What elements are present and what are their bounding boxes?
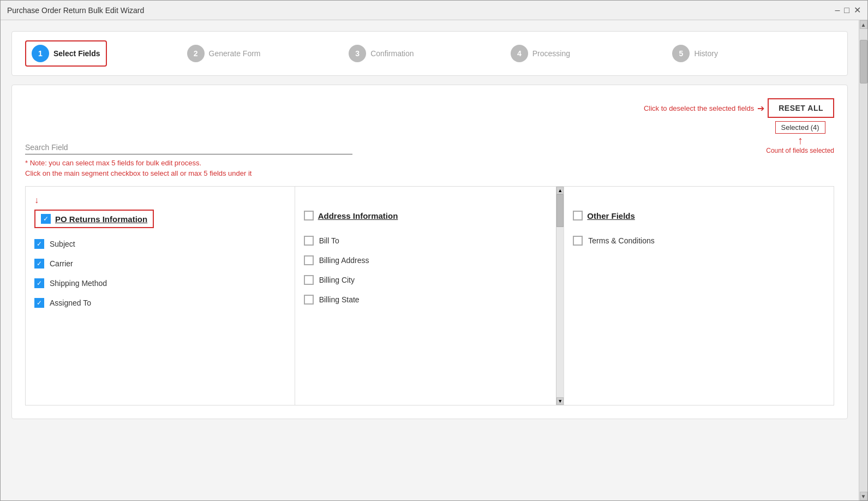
address-scrollbar[interactable]: ▲ ▼	[556, 187, 564, 405]
billing-address-label: Billing Address	[319, 256, 369, 265]
minimize-icon[interactable]: –	[835, 6, 840, 15]
max-fields-note: * Note: you can select max 5 fields for …	[25, 159, 834, 167]
count-hint-text: Count of fields selected	[766, 147, 834, 154]
main-panel: Search Field Click to deselect the selec…	[11, 85, 848, 419]
field-item-terms-conditions: Terms & Conditions	[573, 236, 825, 246]
right-arrow-icon: ➔	[757, 103, 764, 114]
assigned-to-checkbox[interactable]	[34, 298, 44, 308]
step-circle-4: 4	[511, 45, 528, 62]
main-scrollbar[interactable]: ▲ ▼	[859, 20, 867, 500]
po-returns-fields: Subject Carrier Shipping Method	[34, 239, 286, 308]
maximize-icon[interactable]: □	[844, 6, 849, 15]
other-fields-column: Other Fields Terms & Conditions	[564, 187, 834, 405]
address-scroll-content: Address Information Bill To Billing Addr…	[295, 187, 564, 323]
window-title: Purchase Order Return Bulk Edit Wizard	[7, 6, 144, 15]
field-item-subject: Subject	[34, 239, 286, 249]
search-underline	[25, 154, 352, 154]
step-item-confirmation[interactable]: 3 Confirmation	[349, 45, 511, 62]
subject-checkbox[interactable]	[34, 239, 44, 249]
po-returns-header-label: PO Returns Information	[55, 214, 147, 224]
po-returns-checkbox[interactable]	[41, 214, 51, 224]
step-label-4: Processing	[532, 49, 570, 58]
billing-state-checkbox[interactable]	[304, 295, 314, 305]
search-field-wrapper: Search Field	[25, 143, 352, 154]
step-item-select-fields[interactable]: 1 Select Fields	[25, 40, 187, 67]
count-area: Selected (4) ↑ Count of fields selected	[766, 121, 834, 154]
step-item-history[interactable]: 5 History	[672, 45, 834, 62]
step-wrapper-2: 2 Generate Form	[187, 45, 261, 62]
po-returns-header-wrapper[interactable]: PO Returns Information	[34, 210, 154, 228]
step-wrapper-5: 5 History	[672, 45, 718, 62]
step-label-3: Confirmation	[370, 49, 414, 58]
field-item-carrier: Carrier	[34, 259, 286, 269]
subject-label: Subject	[50, 240, 75, 248]
address-checkbox[interactable]	[304, 211, 314, 220]
scrollbar-down-arrow[interactable]: ▼	[556, 397, 564, 405]
field-item-billing-address: Billing Address	[304, 255, 551, 265]
instruction-text: Click on the main segment checkbox to se…	[25, 169, 252, 177]
search-field-label: Search Field	[25, 143, 352, 152]
other-header-label: Other Fields	[587, 211, 635, 220]
step-label-5: History	[694, 49, 718, 58]
scrollbar-main-thumb[interactable]	[860, 40, 867, 83]
terms-conditions-checkbox[interactable]	[573, 236, 583, 246]
step-wrapper-active: 1 Select Fields	[25, 40, 107, 67]
main-window: Purchase Order Return Bulk Edit Wizard –…	[0, 0, 868, 501]
window-controls: – □ ✕	[835, 6, 861, 15]
carrier-label: Carrier	[50, 259, 73, 268]
step-item-generate-form[interactable]: 2 Generate Form	[187, 45, 349, 62]
shipping-method-label: Shipping Method	[50, 279, 107, 288]
reset-area: Click to deselect the selected fields ➔ …	[644, 98, 834, 154]
count-arrow-up-icon: ↑	[798, 135, 803, 146]
other-header[interactable]: Other Fields	[573, 211, 825, 225]
main-content: 1 Select Fields 2 Generate Form	[1, 20, 859, 500]
bill-to-checkbox[interactable]	[304, 236, 314, 246]
other-spacer	[573, 195, 825, 208]
scrollbar-thumb[interactable]	[556, 194, 564, 227]
address-column-wrapper: Address Information Bill To Billing Addr…	[295, 187, 565, 405]
step-circle-2: 2	[187, 45, 205, 62]
field-item-shipping-method: Shipping Method	[34, 278, 286, 288]
other-fields: Terms & Conditions	[573, 236, 825, 246]
field-item-assigned-to: Assigned To	[34, 298, 286, 308]
step-circle-5: 5	[672, 45, 690, 62]
reset-hint: Click to deselect the selected fields ➔ …	[644, 98, 834, 118]
step-wrapper-3: 3 Confirmation	[349, 45, 414, 62]
window-body: 1 Select Fields 2 Generate Form	[1, 20, 867, 500]
address-fields: Bill To Billing Address Billing City	[304, 236, 551, 305]
shipping-method-checkbox[interactable]	[34, 278, 44, 288]
reset-all-button[interactable]: RESET ALL	[768, 98, 834, 118]
step-circle-1: 1	[32, 45, 49, 62]
bill-to-label: Bill To	[319, 236, 339, 245]
close-icon[interactable]: ✕	[854, 6, 861, 15]
address-header-label: Address Information	[318, 211, 398, 220]
billing-city-label: Billing City	[319, 276, 355, 284]
title-bar: Purchase Order Return Bulk Edit Wizard –…	[1, 1, 867, 20]
step-label-1: Select Fields	[53, 49, 100, 58]
other-checkbox[interactable]	[573, 211, 583, 220]
po-returns-column: ↓ PO Returns Information Subject	[26, 187, 295, 405]
billing-address-checkbox[interactable]	[304, 255, 314, 265]
reset-hint-text: Click to deselect the selected fields	[644, 104, 754, 112]
selected-count-badge: Selected (4)	[775, 121, 825, 134]
terms-conditions-label: Terms & Conditions	[588, 236, 654, 245]
step-label-2: Generate Form	[209, 49, 261, 58]
po-returns-hint-arrow: ↓	[34, 195, 39, 205]
instruction-area: Click on the main segment checkbox to se…	[25, 169, 834, 177]
address-header[interactable]: Address Information	[304, 211, 551, 225]
step-wrapper-4: 4 Processing	[511, 45, 570, 62]
scrollbar-arrow-down[interactable]: ▼	[860, 492, 867, 500]
scrollbar-arrow-up[interactable]: ▲	[860, 20, 867, 29]
step-item-processing[interactable]: 4 Processing	[511, 45, 673, 62]
wizard-steps: 1 Select Fields 2 Generate Form	[11, 31, 848, 76]
field-item-billing-state: Billing State	[304, 295, 551, 305]
address-spacer	[304, 195, 551, 208]
carrier-checkbox[interactable]	[34, 259, 44, 269]
assigned-to-label: Assigned To	[50, 299, 91, 307]
step-circle-3: 3	[349, 45, 366, 62]
scrollbar-up-arrow[interactable]: ▲	[556, 187, 564, 194]
billing-city-checkbox[interactable]	[304, 275, 314, 285]
fields-container: ↓ PO Returns Information Subject	[25, 186, 834, 405]
search-area: Search Field Click to deselect the selec…	[25, 98, 834, 154]
field-item-bill-to: Bill To	[304, 236, 551, 246]
